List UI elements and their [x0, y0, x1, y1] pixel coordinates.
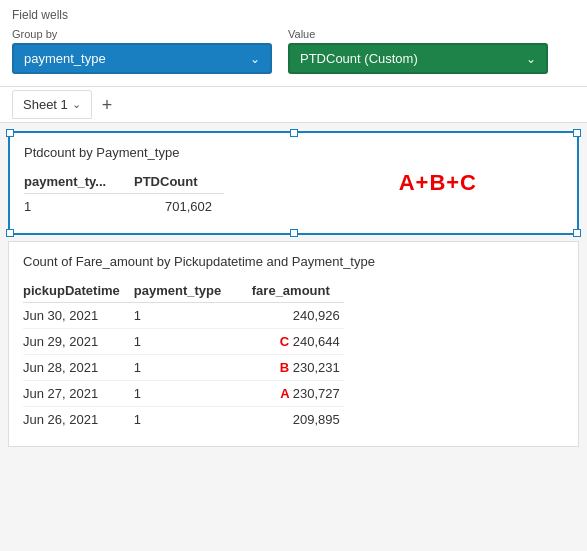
- bottom-chart-title: Count of Fare_amount by Pickupdatetime a…: [23, 254, 564, 269]
- value-value: PTDCount (Custom): [300, 51, 418, 66]
- bottom-date-cell: Jun 27, 2021: [23, 381, 134, 407]
- bottom-payment-cell: 1: [134, 355, 244, 381]
- main-content: Ptdcount by Payment_type payment_ty... P…: [0, 131, 587, 447]
- list-item: Jun 27, 20211A 230,727: [23, 381, 344, 407]
- group-by-dropdown[interactable]: payment_type ⌄: [12, 43, 272, 74]
- bottom-date-cell: Jun 28, 2021: [23, 355, 134, 381]
- value-field: Value PTDCount (Custom) ⌄: [288, 28, 548, 74]
- field-wells-label: Field wells: [12, 8, 575, 22]
- sheet-tabs-bar: Sheet 1 ⌄ +: [0, 87, 587, 123]
- bottom-col1-header: pickupDatetime: [23, 279, 134, 303]
- top-table-col2-header: PTDCount: [134, 170, 224, 194]
- resize-handle-bot-left[interactable]: [6, 229, 14, 237]
- bottom-payment-cell: 1: [134, 407, 244, 433]
- list-item: Jun 26, 20211209,895: [23, 407, 344, 433]
- bottom-col3-header: fare_amount: [244, 279, 344, 303]
- bottom-fare-cell: C 240,644: [244, 329, 344, 355]
- bottom-date-cell: Jun 29, 2021: [23, 329, 134, 355]
- group-by-label: Group by: [12, 28, 272, 40]
- bottom-payment-cell: 1: [134, 303, 244, 329]
- value-label: Value: [288, 28, 548, 40]
- sheet-tab-1[interactable]: Sheet 1 ⌄: [12, 90, 92, 119]
- group-by-chevron-icon: ⌄: [250, 52, 260, 66]
- badge-b: B: [280, 360, 293, 375]
- field-wells-row: Group by payment_type ⌄ Value PTDCount (…: [12, 28, 575, 74]
- top-chart-table: payment_ty... PTDCount 1701,602: [24, 170, 224, 219]
- bottom-date-cell: Jun 26, 2021: [23, 407, 134, 433]
- bottom-col2-header: payment_type: [134, 279, 244, 303]
- bottom-fare-cell: A 230,727: [244, 381, 344, 407]
- bottom-fare-cell: 240,926: [244, 303, 344, 329]
- resize-handle-bot-right[interactable]: [573, 229, 581, 237]
- resize-handle-top-right[interactable]: [573, 129, 581, 137]
- bottom-date-cell: Jun 30, 2021: [23, 303, 134, 329]
- list-item: Jun 30, 20211240,926: [23, 303, 344, 329]
- bottom-payment-cell: 1: [134, 329, 244, 355]
- abc-label: A+B+C: [399, 170, 477, 196]
- top-table-col1-header: payment_ty...: [24, 170, 134, 194]
- top-table-cell-col1: 1: [24, 194, 134, 220]
- value-dropdown[interactable]: PTDCount (Custom) ⌄: [288, 43, 548, 74]
- value-chevron-icon: ⌄: [526, 52, 536, 66]
- resize-handle-bot-mid[interactable]: [290, 229, 298, 237]
- bottom-payment-cell: 1: [134, 381, 244, 407]
- top-table-cell-col2: 701,602: [134, 194, 224, 220]
- group-by-value: payment_type: [24, 51, 106, 66]
- bottom-chart-table: pickupDatetime payment_type fare_amount …: [23, 279, 344, 432]
- bottom-fare-cell: 209,895: [244, 407, 344, 433]
- sheet-tab-chevron-icon: ⌄: [72, 98, 81, 111]
- top-chart-panel[interactable]: Ptdcount by Payment_type payment_ty... P…: [8, 131, 579, 235]
- list-item: Jun 28, 20211B 230,231: [23, 355, 344, 381]
- add-sheet-button[interactable]: +: [96, 96, 119, 114]
- resize-handle-top-mid[interactable]: [290, 129, 298, 137]
- list-item: Jun 29, 20211C 240,644: [23, 329, 344, 355]
- group-by-field: Group by payment_type ⌄: [12, 28, 272, 74]
- top-chart-title: Ptdcount by Payment_type: [24, 145, 563, 160]
- bottom-chart-panel: Count of Fare_amount by Pickupdatetime a…: [8, 241, 579, 447]
- bottom-fare-cell: B 230,231: [244, 355, 344, 381]
- field-wells-panel: Field wells Group by payment_type ⌄ Valu…: [0, 0, 587, 87]
- sheet-tab-label: Sheet 1: [23, 97, 68, 112]
- table-row: 1701,602: [24, 194, 224, 220]
- resize-handle-top-left[interactable]: [6, 129, 14, 137]
- badge-a: A: [280, 386, 293, 401]
- badge-c: C: [280, 334, 293, 349]
